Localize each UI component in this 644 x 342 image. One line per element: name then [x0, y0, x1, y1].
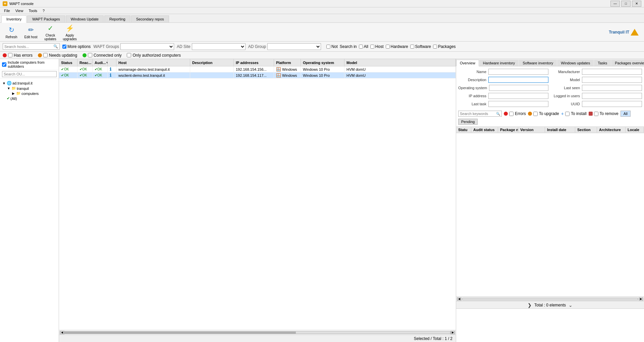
tab-secondary-repos[interactable]: Secondary repos — [131, 15, 169, 22]
authorized-filter: Only authorized computers — [127, 53, 180, 58]
search-ou-input[interactable] — [2, 71, 57, 77]
connected-only-checkbox[interactable] — [88, 53, 92, 57]
logged-users-field-input[interactable] — [582, 93, 642, 99]
table-row[interactable]: ✔ OK ✔ OK ✔ OK ℹ wsmanage-demo.test.tran… — [59, 66, 456, 72]
os-field-input[interactable] — [489, 85, 548, 91]
needs-updating-checkbox[interactable] — [43, 53, 48, 57]
pkg-errors-label: Errors — [515, 111, 526, 116]
not-label: Not — [331, 44, 338, 49]
pkg-scroll-left-btn[interactable]: ◀ — [457, 297, 462, 301]
pkg-errors-checkbox[interactable] — [509, 112, 514, 116]
folder-tranquil-icon: 📁 — [11, 86, 16, 91]
uuid-field-label: UUID — [552, 102, 582, 106]
tree-node-computers[interactable]: ▶ 📁 computers — [11, 91, 57, 96]
right-tab-software[interactable]: Software inventory — [519, 60, 557, 66]
authorized-checkbox[interactable] — [127, 53, 131, 57]
cell-desc — [190, 66, 234, 72]
right-tab-overview[interactable]: Overview — [456, 60, 479, 66]
tree-computers-label: computers — [21, 92, 39, 96]
edit-host-button[interactable]: ✏ Edit host — [22, 23, 40, 41]
all-label: All — [364, 44, 368, 49]
col-header-audit[interactable]: Audi... ▼ — [93, 59, 108, 66]
tab-reporting[interactable]: Reporting — [104, 15, 130, 22]
expand-tranquil-icon[interactable]: ▼ — [7, 87, 11, 91]
ad-group-select[interactable] — [267, 43, 321, 50]
uuid-field-input[interactable] — [582, 101, 642, 107]
more-options-checkbox[interactable] — [62, 45, 66, 49]
maximize-btn[interactable]: □ — [621, 1, 631, 7]
include-subfolders-checkbox[interactable] — [2, 62, 6, 67]
ip-field-label: IP address — [458, 94, 488, 98]
more-options-label: More options — [67, 44, 91, 49]
has-errors-checkbox[interactable] — [8, 53, 12, 57]
pkg-remove-checkbox[interactable] — [594, 112, 598, 116]
name-field-input[interactable] — [488, 69, 548, 75]
pkg-pending-btn[interactable]: Pending — [458, 119, 478, 125]
pkg-install-checkbox[interactable] — [565, 112, 570, 116]
last-task-field-input[interactable] — [488, 101, 548, 107]
col-header-host[interactable]: Host — [116, 59, 190, 66]
pkg-upgrade-checkbox[interactable] — [533, 112, 538, 116]
pkg-table-header: Statu Audit status Package name Version … — [456, 126, 644, 133]
cell-ip: 192.168.154.156... — [234, 66, 274, 72]
model-field-input[interactable] — [582, 77, 642, 83]
hardware-checkbox[interactable] — [386, 45, 390, 49]
pkg-upgrade-label: To upgrade — [539, 111, 559, 116]
all-checkbox[interactable] — [359, 45, 363, 49]
os-field-label: Operating system — [458, 86, 489, 90]
pkg-scrollbar-track[interactable] — [462, 298, 638, 300]
cell-audit: ✔ OK — [93, 72, 108, 78]
search-hosts-input[interactable] — [4, 45, 53, 49]
host-checkbox[interactable] — [370, 45, 374, 49]
right-tab-windows-updates[interactable]: Windows updates — [557, 60, 594, 66]
packages-checkbox[interactable] — [433, 45, 437, 49]
grid-scrollbar[interactable]: ◀ ▶ — [59, 330, 456, 335]
cell-host: wsmanage-demo.test.tranquil.it — [116, 66, 190, 72]
pkg-search-input[interactable] — [460, 112, 496, 116]
tree-node-all[interactable]: ✔ (All) — [6, 96, 57, 101]
menu-tools[interactable]: Tools — [26, 8, 40, 13]
cell-platform: 🪟Windows — [274, 66, 301, 72]
tree-node-tranquil[interactable]: ▼ 📁 tranquil — [6, 86, 57, 91]
edit-host-icon: ✏ — [26, 25, 36, 35]
logo-triangle — [631, 29, 639, 36]
right-tab-hardware[interactable]: Hardware inventory — [479, 60, 519, 66]
expand-computers-icon[interactable]: ▶ — [11, 92, 15, 96]
software-checkbox[interactable] — [410, 45, 414, 49]
wapt-groups-select[interactable] — [120, 43, 174, 50]
overview-left-col: Name Description Operating system IP add… — [458, 68, 548, 107]
tab-inventory[interactable]: Inventory — [1, 15, 26, 23]
not-checkbox[interactable] — [326, 45, 330, 49]
scroll-left-btn[interactable]: ◀ — [60, 331, 64, 334]
tree-node-ad[interactable]: ▼ 🌐 ad.tranquil.it — [1, 80, 57, 86]
scroll-right-btn[interactable]: ▶ — [450, 331, 455, 334]
pkg-scroll[interactable]: ◀ ▶ — [456, 296, 644, 301]
menu-help[interactable]: ? — [40, 8, 47, 13]
pkg-scroll-right-btn[interactable]: ▶ — [639, 297, 643, 301]
right-tab-packages-overview[interactable]: Packages overview — [611, 60, 644, 66]
expand-ad-icon[interactable]: ▼ — [2, 81, 6, 85]
col-header-reachable[interactable]: Reac... ▼ — [77, 59, 93, 66]
ip-field-input[interactable] — [488, 93, 548, 99]
apply-upgrades-label: Apply upgrades — [63, 34, 77, 41]
pkg-all-btn[interactable]: All — [621, 111, 631, 117]
table-row[interactable]: ✔ OK ✔ OK ✔ OK ℹ wsclient-demo.test.tran… — [59, 72, 456, 78]
refresh-button[interactable]: ↻ Refresh — [3, 23, 20, 41]
cell-os: Windows 10 Pro — [301, 66, 344, 72]
expand-left-btn[interactable]: ❯ — [528, 302, 532, 308]
window-controls: — □ ✕ — [610, 1, 641, 7]
menu-view[interactable]: View — [13, 8, 26, 13]
close-btn[interactable]: ✕ — [632, 1, 641, 7]
ad-site-select[interactable] — [192, 43, 246, 50]
manufacturer-field-input[interactable] — [582, 69, 642, 75]
scrollbar-track[interactable] — [64, 331, 450, 334]
description-field-input[interactable] — [488, 77, 548, 83]
check-updates-button[interactable]: ✓ Check updates — [42, 22, 59, 43]
ad-group-filter: AD Group — [248, 43, 321, 50]
last-seen-field-input[interactable] — [582, 85, 642, 91]
apply-upgrades-button[interactable]: ⚡ Apply upgrades — [61, 22, 78, 43]
expand-right-btn[interactable]: ⌄ — [569, 302, 573, 308]
menu-file[interactable]: File — [1, 8, 13, 13]
right-tab-tasks[interactable]: Tasks — [594, 60, 611, 66]
minimize-btn[interactable]: — — [610, 1, 620, 7]
